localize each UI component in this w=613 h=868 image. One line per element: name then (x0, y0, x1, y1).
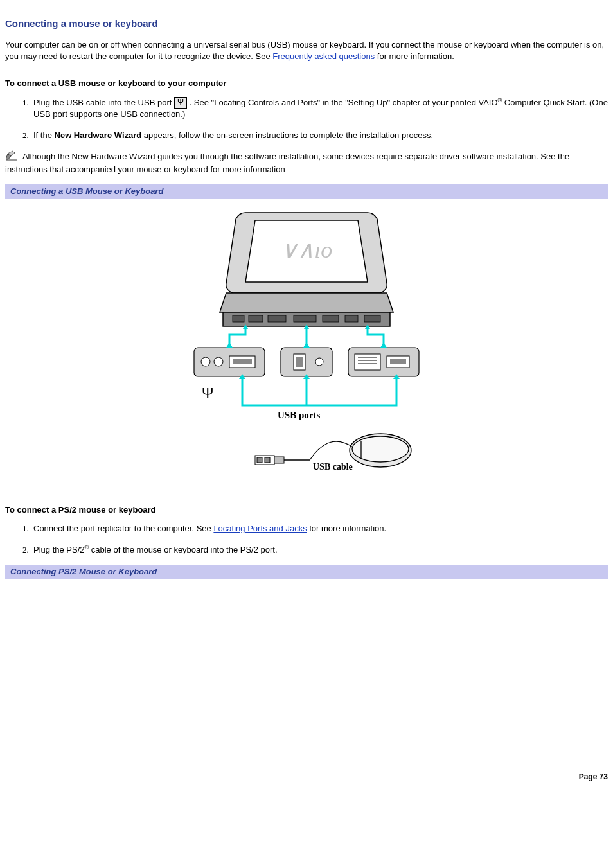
step-text: cable of the mouse or keyboard into the … (89, 545, 277, 554)
svg-text:Ψ: Ψ (202, 385, 213, 401)
ps2-subheading: To connect a PS/2 mouse or keyboard (5, 504, 608, 516)
svg-point-17 (315, 358, 323, 366)
svg-marker-25 (226, 342, 233, 348)
svg-marker-27 (380, 342, 387, 348)
svg-rect-7 (345, 315, 358, 322)
ps2-steps-list: Connect the port replicator to the compu… (5, 523, 608, 556)
svg-rect-14 (281, 348, 332, 376)
usb-subheading: To connect a USB mouse or keyboard to yo… (5, 78, 608, 89)
usb-ports-label: USB ports (278, 410, 320, 420)
svg-point-36 (352, 436, 409, 462)
svg-text:∨∧ıo: ∨∧ıo (281, 237, 333, 263)
svg-rect-19 (355, 354, 380, 370)
svg-rect-13 (233, 359, 252, 364)
svg-rect-4 (268, 315, 286, 322)
svg-point-11 (214, 357, 223, 366)
list-item: If the New Hardware Wizard appears, foll… (31, 130, 608, 141)
svg-rect-5 (294, 315, 316, 322)
step-text: appears, follow the on-screen instructio… (141, 130, 433, 140)
usb-icon: Ψ (174, 97, 187, 109)
usb-steps-list: Plug the USB cable into the USB port Ψ .… (5, 96, 608, 141)
intro-text-2: for more information. (375, 51, 454, 61)
page-title: Connecting a mouse or keyboard (5, 17, 608, 30)
list-item: Connect the port replicator to the compu… (31, 523, 608, 535)
intro-paragraph: Your computer can be on or off when conn… (5, 39, 608, 62)
note-paragraph: Although the New Hardware Wizard guides … (5, 150, 608, 175)
list-item: Plug the USB cable into the USB port Ψ .… (31, 96, 608, 121)
step-text: Connect the port replicator to the compu… (33, 524, 213, 533)
locating-ports-link[interactable]: Locating Ports and Jacks (213, 524, 306, 533)
svg-rect-6 (323, 315, 339, 322)
note-pencil-icon (5, 150, 18, 164)
figure-usb-connection: ∨∧ıo (168, 206, 445, 489)
svg-rect-40 (265, 457, 270, 463)
step-text: for more information. (307, 524, 387, 533)
svg-rect-16 (296, 357, 303, 367)
figure-2-caption: Connecting PS/2 Mouse or Keyboard (5, 565, 608, 579)
faq-link[interactable]: Frequently asked questions (272, 51, 375, 61)
new-hardware-wizard-label: New Hardware Wizard (55, 130, 142, 140)
page-number: Page 73 (5, 772, 608, 783)
svg-rect-24 (390, 359, 406, 364)
svg-marker-26 (303, 342, 310, 348)
svg-rect-8 (364, 315, 380, 322)
step-text: Plug the PS/2 (33, 545, 85, 554)
list-item: Plug the PS/2® cable of the mouse or key… (31, 544, 608, 556)
svg-rect-3 (249, 315, 263, 322)
svg-rect-2 (233, 315, 244, 322)
svg-point-10 (201, 357, 210, 366)
step-text: Plug the USB cable into the USB port (33, 98, 174, 107)
note-text: Although the New Hardware Wizard guides … (5, 152, 569, 174)
usb-cable-label: USB cable (313, 462, 353, 472)
svg-rect-38 (274, 457, 284, 463)
step-text: If the (33, 130, 55, 140)
step-text: . See "Locating Controls and Ports" in t… (190, 98, 498, 107)
svg-rect-39 (257, 457, 262, 463)
figure-1-caption: Connecting a USB Mouse or Keyboard (5, 184, 608, 199)
